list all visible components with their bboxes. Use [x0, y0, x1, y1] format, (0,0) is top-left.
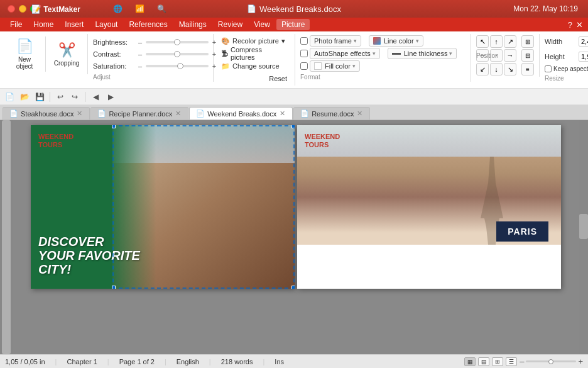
status-language: English	[177, 358, 199, 365]
zoom-slider[interactable]	[526, 360, 576, 362]
recolor-chevron: ▾	[281, 37, 285, 45]
compress-button[interactable]: 🗜 Compress pictures	[219, 48, 290, 59]
pos-btn-tc[interactable]: ↑	[490, 35, 503, 48]
toolbar-open[interactable]: 📂	[18, 91, 31, 103]
status-chapter: Chapter 1	[67, 358, 97, 365]
page-1: WEEKEND TOURS DISCOVERYOUR FAVORITECITY!	[31, 125, 295, 289]
line-thickness-btn[interactable]: Line thickness ▾	[388, 48, 457, 59]
brightness-minus[interactable]: –	[136, 38, 144, 46]
tab-resume-close[interactable]: ✕	[356, 109, 363, 118]
recolor-button[interactable]: 🎨 Recolor picture ▾	[219, 35, 290, 47]
toolbar-undo[interactable]: ↩	[53, 91, 67, 103]
zoom-out-button[interactable]: –	[520, 357, 524, 366]
keep-aspect-checkbox[interactable]	[545, 65, 552, 72]
zoom-control: – +	[520, 357, 583, 366]
contrast-minus[interactable]: –	[136, 50, 144, 58]
photo-frame-checkbox[interactable]	[300, 37, 308, 45]
zoom-in-button[interactable]: +	[578, 357, 583, 366]
toolbar-new[interactable]: 📄	[3, 91, 16, 103]
menu-picture[interactable]: Picture	[276, 19, 310, 30]
brightness-slider[interactable]	[146, 41, 209, 43]
statusbar: 1,05 / 0,05 in | Chapter 1 | Page 1 of 2…	[0, 354, 588, 368]
document-area[interactable]: WEEKEND TOURS DISCOVERYOUR FAVORITECITY!	[13, 120, 579, 354]
toolbar-nav: ↩ ↪	[53, 91, 82, 103]
saturation-slider[interactable]	[146, 65, 209, 67]
fill-color-checkbox[interactable]	[300, 62, 308, 70]
line-color-btn[interactable]: Line color ▾	[369, 35, 423, 47]
status-words: 218 words	[221, 358, 253, 365]
menu-references[interactable]: References	[124, 19, 172, 30]
photo-frame-check[interactable]: Photo frame ▾	[300, 35, 361, 47]
pos-btn-bl[interactable]: ↙	[476, 63, 489, 75]
pos-extra-2[interactable]: ⊟	[521, 49, 534, 62]
minimize-button[interactable]	[19, 5, 26, 13]
menu-review[interactable]: Review	[213, 19, 248, 30]
menu-file[interactable]: File	[5, 19, 27, 30]
autoshape-check[interactable]: AutoShape effects ▾	[300, 48, 380, 59]
format-row-2: AutoShape effects ▾ Line thickness ▾	[300, 48, 466, 59]
page1-brand: WEEKEND TOURS	[38, 133, 74, 149]
reset-button[interactable]: Reset	[266, 73, 290, 84]
contrast-slider[interactable]	[146, 53, 209, 55]
brightness-slider-container: – +	[136, 38, 218, 46]
view-btn-3[interactable]: ⊞	[492, 357, 503, 366]
fill-color-check[interactable]: Fill color ▾	[300, 60, 360, 72]
scroll-right[interactable]	[579, 214, 588, 239]
divider	[45, 36, 46, 72]
scroll-left[interactable]	[2, 120, 11, 354]
toolbar-redo[interactable]: ↪	[68, 91, 82, 103]
tab-recipe[interactable]: 📄 Recipe Planner.docx ✕	[90, 107, 188, 120]
pos-btn-bc[interactable]: ↓	[490, 63, 503, 75]
tab-weekend-close[interactable]: ✕	[279, 109, 286, 118]
toolbar-arrow-right[interactable]: ▶	[104, 91, 117, 103]
width-input[interactable]	[579, 36, 588, 47]
toolbar-sep-1	[50, 92, 50, 102]
pos-btn-tl[interactable]: ↖	[476, 35, 489, 48]
view-btn-1[interactable]: ▦	[464, 357, 476, 366]
change-source-icon: 📁	[221, 62, 230, 70]
close-button[interactable]	[8, 5, 15, 13]
saturation-minus[interactable]: –	[136, 62, 144, 70]
menu-view[interactable]: View	[249, 19, 275, 30]
tab-resume-label: Resume.docx	[312, 110, 354, 118]
fill-color-btn[interactable]: Fill color ▾	[310, 60, 360, 72]
menu-mailings[interactable]: Mailings	[174, 19, 212, 30]
tab-steakhouse-close[interactable]: ✕	[76, 109, 83, 118]
tab-resume[interactable]: 📄 Resume.docx ✕	[293, 107, 370, 120]
menu-layout[interactable]: Layout	[90, 19, 122, 30]
height-input[interactable]	[579, 52, 588, 62]
tab-resume-icon: 📄	[300, 109, 309, 118]
change-source-button[interactable]: 📁 Change source	[219, 60, 290, 72]
titlebar: 📝 TextMaker 📄 Weekend Breaks.docx 🌐📶🔍 Mo…	[0, 0, 588, 18]
photo-frame-btn[interactable]: Photo frame ▾	[310, 35, 361, 47]
tab-weekend[interactable]: 📄 Weekend Breaks.docx ✕	[189, 107, 293, 120]
pos-btn-br[interactable]: ↘	[504, 63, 516, 75]
pos-extra-3[interactable]: ≡	[521, 63, 534, 75]
view-btn-2[interactable]: ▤	[478, 357, 489, 366]
tab-recipe-close[interactable]: ✕	[175, 109, 182, 118]
menu-insert[interactable]: Insert	[60, 19, 89, 30]
autoshape-btn[interactable]: AutoShape effects ▾	[310, 48, 380, 59]
new-object-button[interactable]: 📄 New object	[9, 36, 40, 72]
sidebar-left	[0, 120, 13, 354]
keep-aspect-row: Keep aspect ratio	[545, 65, 588, 72]
autoshape-checkbox[interactable]	[300, 50, 308, 57]
pos-extra-1[interactable]: ⊞	[521, 35, 534, 48]
macos-menu-icons: 🌐📶🔍	[113, 4, 166, 13]
width-row: Width ▲ ▼	[545, 35, 588, 48]
menu-home[interactable]: Home	[28, 19, 58, 30]
toolbar-save[interactable]: 💾	[33, 91, 46, 103]
pos-btn-tr[interactable]: ↗	[504, 35, 516, 48]
toolbar-arrow-left[interactable]: ◀	[89, 91, 102, 103]
cropping-button[interactable]: ✂️ Cropping	[51, 36, 82, 72]
page1-headline: DISCOVERYOUR FAVORITECITY!	[38, 235, 140, 276]
paris-badge: PARIS	[496, 221, 548, 242]
help-button[interactable]: ?	[568, 20, 575, 30]
fill-color-swatch	[314, 62, 322, 70]
ribbon: 📄 New object ✂️ Cropping Brightness: –	[0, 31, 588, 89]
tab-steakhouse[interactable]: 📄 Steakhouse.docx ✕	[3, 107, 90, 120]
view-btn-4[interactable]: ☰	[506, 357, 517, 366]
pos-btn-mr[interactable]: →	[504, 49, 516, 62]
toolbar: 📄 📂 💾 ↩ ↪ ◀ ▶	[0, 89, 588, 105]
window-close-icon[interactable]: ✕	[576, 20, 583, 30]
